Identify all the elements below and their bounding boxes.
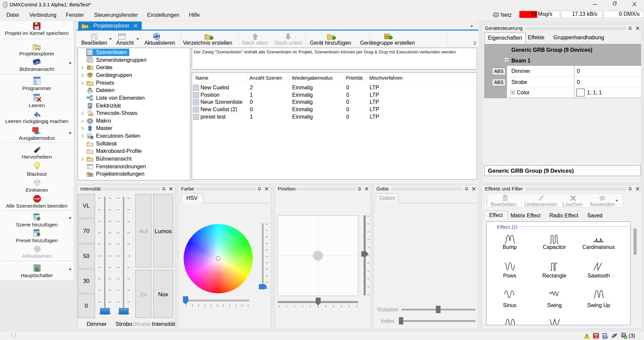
svg-text:STOP: STOP	[34, 198, 40, 200]
